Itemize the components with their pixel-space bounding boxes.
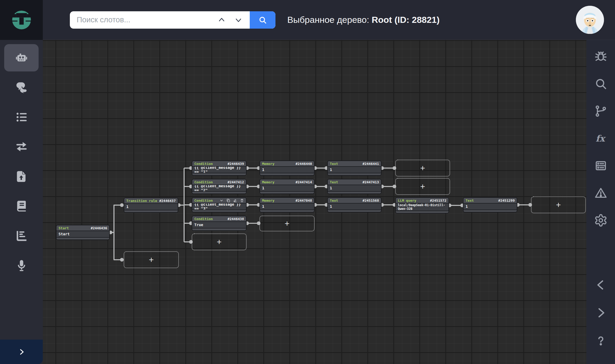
add-node-placeholder[interactable]: + xyxy=(395,178,450,195)
search-input[interactable] xyxy=(70,11,217,29)
sidebar-item-knowledge[interactable] xyxy=(4,193,39,220)
chevron-right-icon xyxy=(594,306,608,320)
app-logo[interactable] xyxy=(0,0,43,40)
plus-icon: + xyxy=(217,237,222,247)
copy-icon[interactable] xyxy=(226,199,230,202)
node-id: #2446440 xyxy=(295,162,312,166)
plus-icon: + xyxy=(556,200,561,210)
search-field xyxy=(70,11,250,29)
node-type-label: Transition rule xyxy=(126,199,157,203)
node-footer xyxy=(260,210,314,212)
chevron-right-icon xyxy=(18,348,25,356)
node-type-label: LLM query xyxy=(398,199,416,202)
git-branch-icon xyxy=(594,104,608,118)
node-id: #2446439 xyxy=(227,162,244,166)
tool-git-branch-button[interactable] xyxy=(593,103,609,119)
node-header: Text#2451299 xyxy=(463,198,517,204)
node-header: Memory#2447848 xyxy=(260,198,314,204)
node-condition[interactable]: Condition#2447412{{ @client_message }} =… xyxy=(192,179,247,194)
node-type-label: Start xyxy=(59,226,69,230)
sidebar-item-upload[interactable] xyxy=(4,163,39,190)
node-condition[interactable]: Condition#2446438True xyxy=(192,216,247,231)
node-body: 1 xyxy=(260,204,314,210)
node-transition-rule[interactable]: Transition rule#24464371 xyxy=(124,197,178,213)
bar-chart-icon xyxy=(15,229,28,243)
node-memory[interactable]: Memory#24478481 xyxy=(259,197,315,212)
sidebar-item-transitions[interactable] xyxy=(4,133,39,160)
node-body: {{ @client_message }} == "2" xyxy=(192,185,246,191)
book-icon xyxy=(15,199,28,213)
edit-icon[interactable] xyxy=(233,199,237,202)
add-node-placeholder[interactable]: + xyxy=(531,196,586,213)
tool-server-button[interactable] xyxy=(593,158,609,174)
node-id: #2446436 xyxy=(91,226,107,230)
node-footer xyxy=(463,210,517,212)
tool-question-button[interactable] xyxy=(593,332,609,349)
node-llm-query[interactable]: LLM query#2451572local/DeepSeek-R1-Disti… xyxy=(395,197,449,214)
node-memory[interactable]: Memory#24464401 xyxy=(259,160,315,176)
node-body: 1 xyxy=(260,185,314,191)
chevron-down-icon[interactable] xyxy=(220,199,223,202)
tool-warning-button[interactable] xyxy=(593,185,609,201)
right-toolbar: fx xyxy=(586,40,615,364)
chevron-up-icon xyxy=(218,16,226,24)
node-condition[interactable]: Condition{{ @client_message }} == "3" xyxy=(192,197,247,212)
node-footer xyxy=(260,173,314,175)
sidebar-expand-button[interactable] xyxy=(0,340,43,364)
node-type-label: Condition xyxy=(194,162,213,166)
plus-icon: + xyxy=(149,255,154,265)
node-footer xyxy=(328,210,381,212)
tool-chevron-left-button[interactable] xyxy=(593,277,609,293)
tool-chevron-right-button[interactable] xyxy=(593,305,609,321)
node-body: 1 xyxy=(124,204,178,210)
tool-fx-button[interactable]: fx xyxy=(593,130,609,147)
sidebar-item-statistics[interactable] xyxy=(4,222,39,249)
sidebar-item-bot[interactable] xyxy=(4,44,39,71)
node-type-label: Text xyxy=(466,199,474,202)
node-id: #2451299 xyxy=(498,199,515,202)
question-icon xyxy=(594,334,608,347)
node-footer xyxy=(260,191,314,194)
node-header: Text#2446441 xyxy=(328,161,381,167)
node-footer xyxy=(56,237,109,240)
add-node-placeholder[interactable]: + xyxy=(395,160,450,176)
node-footer xyxy=(328,173,381,175)
node-start[interactable]: Start#2446436Start xyxy=(56,225,110,240)
tool-bug-button[interactable] xyxy=(593,48,609,65)
sidebar-item-list[interactable] xyxy=(4,103,39,131)
node-text[interactable]: Text#24515681 xyxy=(327,197,382,212)
node-body: {{ @client_message }} == "1" xyxy=(192,167,246,173)
flow-graph: Start#2446436StartTransition rule#244643… xyxy=(0,0,615,364)
tree-title-value: Root (ID: 28821) xyxy=(372,15,440,25)
app-root: Start#2446436StartTransition rule#244643… xyxy=(0,0,615,364)
robot-icon xyxy=(15,51,28,65)
node-id: #2451572 xyxy=(430,199,446,202)
search-prev-button[interactable] xyxy=(217,15,226,24)
node-condition[interactable]: Condition#2446439{{ @client_message }} =… xyxy=(192,160,247,176)
tool-gear-button[interactable] xyxy=(593,212,609,228)
node-text[interactable]: Text#24512991 xyxy=(463,197,517,212)
sidebar-item-dialogs[interactable] xyxy=(4,74,39,101)
node-body: local/DeepSeek-R1-Distill-Qwen-32B xyxy=(396,204,449,211)
node-body: 1 xyxy=(328,167,381,173)
add-node-placeholder[interactable]: + xyxy=(192,233,247,250)
delete-icon[interactable] xyxy=(240,199,244,202)
left-sidebar xyxy=(0,40,43,364)
tool-search-button[interactable] xyxy=(593,76,609,92)
add-node-placeholder[interactable]: + xyxy=(124,251,179,268)
sidebar-item-voice[interactable] xyxy=(4,252,39,279)
search-button[interactable] xyxy=(250,11,275,29)
node-memory[interactable]: Memory#24474141 xyxy=(259,179,315,194)
node-header: Text#2451568 xyxy=(328,198,381,204)
search-next-button[interactable] xyxy=(234,15,243,24)
fx-icon: fx xyxy=(594,132,608,145)
user-avatar[interactable] xyxy=(576,6,604,34)
node-header: Text#2447413 xyxy=(328,179,381,185)
add-node-placeholder[interactable]: + xyxy=(259,216,315,231)
node-id: #2446438 xyxy=(227,217,244,221)
node-id: #2446441 xyxy=(362,162,379,166)
node-text[interactable]: Text#24464411 xyxy=(327,160,382,176)
swap-icon xyxy=(15,140,28,154)
node-header: Memory#2447414 xyxy=(260,179,314,185)
node-text[interactable]: Text#24474131 xyxy=(327,179,382,194)
